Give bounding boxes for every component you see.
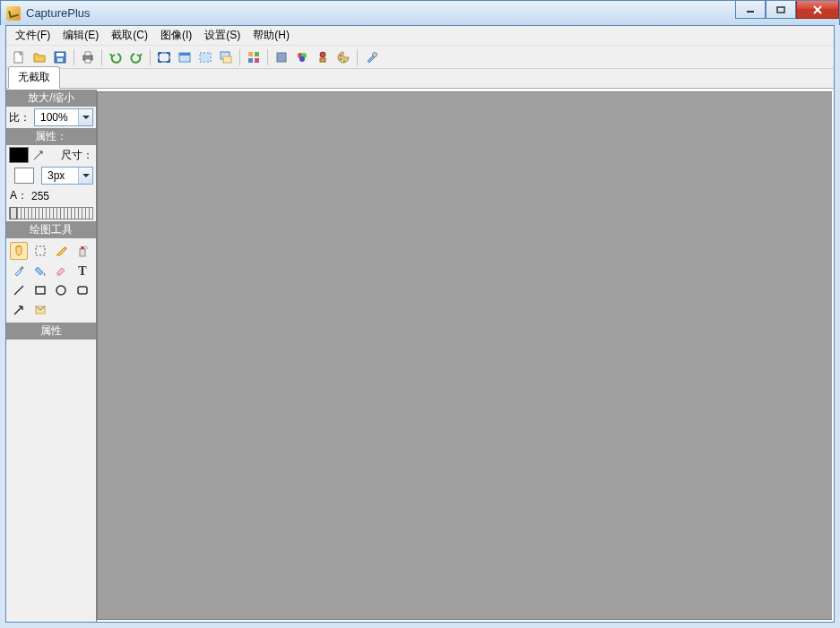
svg-rect-8 <box>85 59 91 63</box>
highlight-tool-icon[interactable] <box>31 301 49 319</box>
stamp-icon[interactable] <box>314 48 332 66</box>
window-controls <box>735 1 839 19</box>
menu-settings[interactable]: 设置(S) <box>199 26 246 45</box>
capture-scrolling-icon[interactable] <box>217 48 235 66</box>
tools-panel-header: 绘图工具 <box>6 221 96 238</box>
svg-rect-29 <box>36 246 45 255</box>
svg-rect-15 <box>248 52 253 56</box>
background-color-swatch[interactable] <box>14 168 34 184</box>
size-value: 3px <box>48 169 65 182</box>
fill-tool-icon[interactable] <box>31 262 49 280</box>
grid-icon[interactable] <box>245 48 263 66</box>
open-file-icon[interactable] <box>30 48 48 66</box>
svg-point-25 <box>340 54 342 56</box>
tool-grid: T <box>6 238 96 323</box>
separator <box>74 49 74 65</box>
tab-no-capture[interactable]: 无截取 <box>8 66 60 89</box>
main-area: 放大/缩小 比： 100% 属性： 尺寸： 3px <box>6 89 834 622</box>
arrow-tool-icon[interactable] <box>10 301 28 319</box>
rectangle-tool-icon[interactable] <box>31 281 49 299</box>
alpha-slider-row <box>6 205 96 221</box>
hand-tool-icon[interactable] <box>10 242 28 260</box>
size-combo-row: 3px <box>6 165 96 186</box>
svg-rect-17 <box>248 58 253 63</box>
undo-icon[interactable] <box>107 48 125 66</box>
pencil-tool-icon[interactable] <box>52 242 70 260</box>
properties-empty-area <box>6 340 96 622</box>
foreground-color-swatch[interactable] <box>9 147 29 163</box>
svg-rect-14 <box>223 56 231 63</box>
svg-line-36 <box>14 286 23 295</box>
svg-point-22 <box>299 56 305 62</box>
zoom-panel-header: 放大/缩小 <box>6 90 96 107</box>
line-tool-icon[interactable] <box>10 281 28 299</box>
svg-rect-5 <box>57 58 63 62</box>
separator <box>239 49 240 65</box>
svg-point-23 <box>320 52 325 57</box>
svg-rect-9 <box>159 53 169 62</box>
separator <box>267 49 268 65</box>
selection-tool-icon[interactable] <box>31 242 49 260</box>
text-tool-icon[interactable]: T <box>74 262 91 280</box>
line-style-icon[interactable] <box>30 147 47 163</box>
zoom-value: 100% <box>40 111 68 124</box>
rounded-rect-tool-icon[interactable] <box>74 281 91 299</box>
main-toolbar <box>6 46 834 69</box>
eraser-tool-icon[interactable] <box>52 262 70 280</box>
close-button[interactable] <box>796 1 839 19</box>
capture-fullscreen-icon[interactable] <box>155 48 173 66</box>
alpha-value: 255 <box>31 190 49 202</box>
zoom-label: 比： <box>9 110 30 125</box>
svg-point-27 <box>343 59 345 61</box>
size-combo[interactable]: 3px <box>41 167 93 185</box>
print-icon[interactable] <box>79 48 97 66</box>
zoom-combo[interactable]: 100% <box>34 108 93 126</box>
menu-image[interactable]: 图像(I) <box>155 26 197 45</box>
window-title: CapturePlus <box>26 6 91 20</box>
dropdown-arrow-icon[interactable] <box>78 168 92 184</box>
svg-rect-4 <box>56 53 64 56</box>
svg-rect-7 <box>85 52 91 56</box>
dropdown-arrow-icon[interactable] <box>78 109 92 125</box>
properties-panel-header: 属性 <box>6 323 96 340</box>
application-frame: 文件(F) 编辑(E) 截取(C) 图像(I) 设置(S) 帮助(H) 无截取 <box>5 25 835 623</box>
svg-text:T: T <box>78 264 87 278</box>
menu-help[interactable]: 帮助(H) <box>247 26 295 45</box>
eyedropper-tool-icon[interactable] <box>10 262 28 280</box>
save-icon[interactable] <box>51 48 69 66</box>
size-label: 尺寸： <box>61 148 93 163</box>
sidebar: 放大/缩小 比： 100% 属性： 尺寸： 3px <box>6 90 97 622</box>
svg-point-33 <box>86 247 88 249</box>
svg-rect-1 <box>777 7 784 13</box>
maximize-button[interactable] <box>766 1 796 19</box>
svg-rect-31 <box>81 246 84 249</box>
svg-rect-18 <box>255 58 259 63</box>
svg-rect-12 <box>200 53 211 62</box>
ellipse-tool-icon[interactable] <box>52 281 70 299</box>
svg-rect-39 <box>78 287 87 294</box>
slider-thumb[interactable] <box>10 207 17 219</box>
menu-file[interactable]: 文件(F) <box>10 26 56 45</box>
canvas-area[interactable] <box>97 91 832 620</box>
spray-tool-icon[interactable] <box>74 242 91 260</box>
separator <box>150 49 151 65</box>
svg-point-26 <box>340 57 342 59</box>
redo-icon[interactable] <box>127 48 145 66</box>
options-icon[interactable] <box>362 48 380 66</box>
minimize-button[interactable] <box>735 1 766 19</box>
effects-icon[interactable] <box>273 48 290 66</box>
palette-icon[interactable] <box>334 48 352 66</box>
menu-capture[interactable]: 截取(C) <box>106 26 153 45</box>
svg-rect-24 <box>320 58 325 62</box>
capture-region-icon[interactable] <box>196 48 214 66</box>
svg-rect-37 <box>36 287 45 294</box>
zoom-control-row: 比： 100% <box>6 107 96 128</box>
app-icon <box>6 6 21 21</box>
alpha-slider[interactable] <box>9 207 93 219</box>
new-file-icon[interactable] <box>10 48 28 66</box>
menu-edit[interactable]: 编辑(E) <box>57 26 104 45</box>
color-adjust-icon[interactable] <box>293 48 311 66</box>
capture-window-icon[interactable] <box>176 48 194 66</box>
svg-rect-19 <box>277 53 286 62</box>
attributes-panel-header: 属性： <box>6 128 96 145</box>
